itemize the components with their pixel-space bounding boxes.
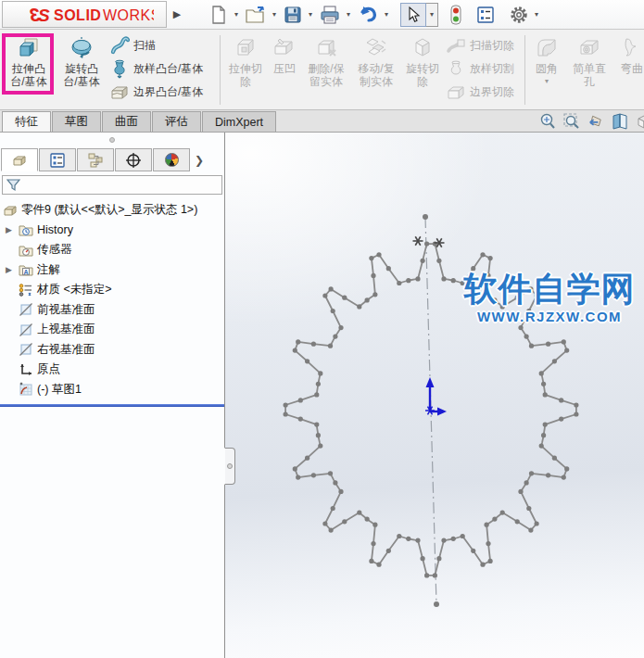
boss-flyout-stack: 扫描 放样凸台/基体 边界凸台/基体 [107, 32, 217, 108]
boundary-cut-icon [446, 82, 466, 103]
tab-surfaces[interactable]: 曲面 [102, 111, 151, 132]
sweep-button[interactable]: 扫描 [109, 34, 213, 57]
expand-arrow-icon[interactable]: ▶ [6, 225, 15, 234]
select-tool-button[interactable] [400, 3, 426, 27]
manager-tabs: ❯ [0, 148, 224, 171]
sweep-icon [109, 36, 130, 57]
traffic-light-icon [449, 5, 462, 25]
lofted-cut-button[interactable]: 放样切割 [446, 57, 518, 81]
zoom-fit-icon [538, 112, 557, 131]
save-floppy-icon [283, 5, 303, 25]
display-manager-icon [165, 153, 179, 167]
tree-row-right-plane[interactable]: 右视基准面 [0, 340, 224, 361]
tree-row-front-plane[interactable]: 前视基准面 [0, 300, 224, 321]
print-button[interactable] [317, 3, 343, 27]
previous-view-button[interactable] [586, 111, 605, 131]
open-document-caret[interactable]: ▾ [272, 10, 276, 19]
tree-row-material[interactable]: 材质 <未指定> [0, 280, 224, 300]
rebuild-button[interactable] [448, 3, 464, 27]
tab-features[interactable]: 特征 [2, 111, 51, 132]
revolve-boss-button[interactable]: 旋转凸 台/基体 [56, 32, 107, 108]
extrude-boss-button[interactable]: 拉伸凸 台/基体 [2, 32, 56, 108]
view-settings-button[interactable] [634, 111, 644, 131]
save-caret[interactable]: ▾ [309, 10, 312, 19]
indent-label: 压凹 [273, 62, 296, 75]
tree-item-label: 前视基准面 [37, 302, 95, 318]
settings-button[interactable] [507, 3, 531, 27]
panel-grip[interactable] [109, 137, 115, 143]
print-caret[interactable]: ▾ [347, 10, 350, 19]
save-button[interactable] [281, 3, 305, 27]
new-document-caret[interactable]: ▾ [234, 10, 238, 19]
delete-keep-body-button[interactable]: 删除/保 留实体 [301, 32, 351, 108]
gear-sketch-drawing[interactable] [225, 133, 644, 658]
tab-evaluate[interactable]: 评估 [152, 111, 201, 132]
revolve-cut-button[interactable]: 旋转切 除 [401, 32, 444, 108]
simple-hole-label: 简单直 孔 [573, 62, 606, 88]
tree-item-label: 注解 [37, 262, 60, 278]
fillet-caret[interactable]: ▾ [545, 77, 549, 85]
tree-row-sketch1[interactable]: (-) 草图1 [0, 380, 224, 400]
options-list-button[interactable] [474, 4, 498, 26]
tab-dimxpert[interactable]: DimXpert [202, 111, 276, 132]
loft-boss-button[interactable]: 放样凸台/基体 [109, 57, 213, 81]
tab-configuration-manager[interactable] [77, 148, 114, 171]
tree-row-annotations[interactable]: ▶ A 注解 [0, 260, 224, 281]
manager-tabs-overflow[interactable]: ❯ [191, 148, 208, 171]
menu-flyout-arrow[interactable]: ▶ [170, 3, 184, 27]
swept-cut-button[interactable]: 扫描切除 [446, 34, 518, 57]
settings-caret[interactable]: ▾ [535, 10, 538, 19]
tree-row-top-plane[interactable]: 上视基准面 [0, 320, 224, 340]
tab-sketch[interactable]: 草图 [52, 111, 101, 132]
feature-tree-icon [11, 152, 28, 169]
tab-property-manager[interactable] [39, 148, 76, 171]
open-document-button[interactable] [243, 3, 269, 27]
boundary-boss-button[interactable]: 边界凸台/基体 [109, 81, 213, 104]
graphics-viewport[interactable]: 软件自学网 WWW.RJZXW.COM [225, 133, 644, 658]
zoom-area-button[interactable] [562, 111, 581, 131]
tree-row-origin[interactable]: 原点 [0, 360, 224, 380]
open-folder-icon [245, 5, 267, 25]
zoom-area-icon [562, 112, 581, 131]
select-tool-caret[interactable]: ▾ [426, 3, 438, 27]
section-view-button[interactable] [610, 111, 629, 131]
undo-caret[interactable]: ▾ [385, 10, 388, 19]
flex-button[interactable]: 弯曲 [613, 32, 644, 108]
part-name: 零件9 (默认<<默认>_显示状态 1>) [21, 202, 197, 218]
loft-boss-label: 放样凸台/基体 [133, 61, 203, 77]
fillet-button[interactable]: 圆角 ▾ [528, 32, 565, 108]
zoom-fit-button[interactable] [537, 111, 557, 131]
new-document-button[interactable] [207, 3, 231, 27]
logo-mark-s: S [38, 6, 50, 25]
fillet-label: 圆角 [536, 62, 558, 75]
panel-splitter-handle[interactable] [224, 448, 235, 485]
logo-text-works: WORKS [103, 7, 154, 23]
tree-row-history[interactable]: ▶ History [0, 221, 224, 241]
tree-row-sensors[interactable]: 传感器 [0, 240, 224, 260]
indent-button[interactable]: 压凹 [268, 32, 301, 108]
indent-icon [271, 35, 297, 61]
simple-hole-button[interactable]: 简单直 孔 [565, 32, 613, 108]
title-bar: 3 S SOLID WORKS ▶ ▾ ▾ [0, 0, 644, 30]
flex-label: 弯曲 [621, 62, 643, 75]
main-area: ❯ 零件9 (默认<<默认>_显示状态 1>) ▶ [0, 133, 644, 658]
move-copy-body-button[interactable]: 移动/复 制实体 [351, 32, 401, 108]
extrude-cut-icon [233, 35, 259, 61]
boundary-cut-button[interactable]: 边界切除 [446, 81, 518, 104]
extrude-cut-button[interactable]: 拉伸切 除 [223, 32, 268, 108]
tab-dimxpert-manager[interactable] [115, 148, 152, 171]
lofted-cut-label: 放样切割 [470, 61, 514, 77]
rollback-bar[interactable] [0, 404, 224, 407]
tree-filter-box[interactable] [2, 175, 222, 195]
tree-row-part[interactable]: 零件9 (默认<<默认>_显示状态 1>) [0, 200, 224, 221]
undo-button[interactable] [355, 3, 381, 27]
revolve-cut-label: 旋转切 除 [406, 62, 439, 88]
tab-sketch-label: 草图 [65, 114, 88, 130]
boundary-boss-icon [109, 82, 130, 103]
tree-item-label: (-) 草图1 [37, 382, 82, 398]
expand-arrow-icon[interactable]: ▶ [6, 265, 15, 274]
undo-icon [357, 5, 379, 25]
origin-icon [19, 362, 33, 377]
tab-display-manager[interactable] [153, 148, 190, 171]
tab-feature-tree[interactable] [1, 148, 38, 171]
